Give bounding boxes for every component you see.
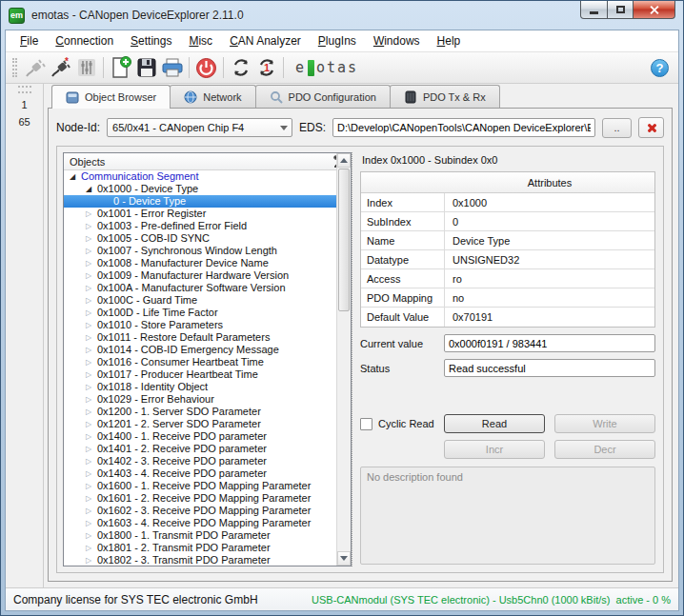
tree-item[interactable]: ▷0x1600 - 1. Receive PDO Mapping Paramet… <box>64 480 336 492</box>
tree-expand-icon[interactable]: ▷ <box>86 331 97 344</box>
node-list-item[interactable]: 1 <box>15 96 32 113</box>
tree-expand-icon[interactable]: ▷ <box>86 269 97 282</box>
toolbar-grip[interactable] <box>12 58 17 77</box>
cyclic-read-checkbox[interactable] <box>360 418 372 430</box>
menu-item[interactable]: Help <box>429 31 470 50</box>
eds-clear-button[interactable] <box>638 117 664 138</box>
tab-pdo-configuration[interactable]: PDO Configuration <box>255 85 391 108</box>
tab-object-browser[interactable]: Object Browser <box>51 85 171 109</box>
save-button[interactable] <box>133 55 159 80</box>
filter-button[interactable] <box>73 55 99 80</box>
refresh-button[interactable] <box>228 55 253 80</box>
tree-item[interactable]: ▷0x1201 - 2. Server SDO Parameter <box>64 418 336 430</box>
tree-expand-icon[interactable]: ▷ <box>86 529 97 542</box>
scroll-down-icon[interactable] <box>337 551 351 566</box>
menu-item[interactable]: CAN Analyzer <box>221 31 310 50</box>
tree-item[interactable]: ▷0x1018 - Identity Object <box>64 381 336 393</box>
tab-pdo-tx-rx[interactable]: PDO Tx & Rx <box>390 85 500 108</box>
tab-network[interactable]: Network <box>170 85 255 108</box>
tree-expand-icon[interactable]: ▷ <box>86 368 97 381</box>
tree-expand-icon[interactable]: ▷ <box>86 492 97 505</box>
tree-expand-icon[interactable]: ▷ <box>86 406 97 418</box>
tree-expand-icon[interactable]: ▷ <box>86 443 97 455</box>
tree-item[interactable]: ▷0x1401 - 2. Receive PDO parameter <box>64 443 336 455</box>
tree-expand-icon[interactable]: ▷ <box>86 344 97 356</box>
node-id-combobox[interactable]: 65/0x41 - CANopen Chip F4 <box>107 118 292 137</box>
tree-item[interactable]: ▷0x1402 - 3. Receive PDO parameter <box>64 455 336 467</box>
help-button[interactable]: ? <box>651 59 669 77</box>
tree-item[interactable]: ▷0x1400 - 1. Receive PDO parameter <box>64 430 336 443</box>
description-box[interactable]: No description found <box>360 467 655 565</box>
eds-browse-button[interactable]: .. <box>602 118 632 138</box>
tree-expand-icon[interactable]: ▷ <box>86 381 97 393</box>
minimize-button[interactable] <box>580 1 608 19</box>
tree-expand-icon[interactable]: ▷ <box>86 282 97 294</box>
tree-item[interactable]: ▷0x1800 - 1. Transmit PDO Parameter <box>64 529 336 542</box>
new-file-button[interactable] <box>108 55 133 80</box>
tree-expand-icon[interactable]: ▷ <box>86 505 97 517</box>
write-button[interactable]: Write <box>554 414 655 433</box>
menu-item[interactable]: Connection <box>47 31 122 50</box>
read-button[interactable]: Read <box>444 414 545 433</box>
tree-item[interactable]: ▷0x1603 - 4. Receive PDO Mapping Paramet… <box>64 517 336 529</box>
tree-expand-icon[interactable]: ▷ <box>86 554 97 566</box>
tree-item[interactable]: ▷0x1602 - 3. Receive PDO Mapping Paramet… <box>64 505 336 517</box>
tree-expand-icon[interactable]: ▷ <box>86 220 97 232</box>
tree-expand-icon[interactable]: ▷ <box>86 208 97 220</box>
maximize-button[interactable] <box>608 1 634 19</box>
tree-item[interactable]: 0 - Device Type <box>64 195 336 208</box>
print-button[interactable] <box>159 55 185 80</box>
tree-item[interactable]: ▷0x1801 - 2. Transmit PDO Parameter <box>64 542 336 554</box>
tree-expand-icon[interactable]: ▷ <box>86 307 97 319</box>
decr-button[interactable]: Decr <box>554 440 655 459</box>
tree-expand-icon[interactable]: ▷ <box>86 517 97 529</box>
scrollbar-thumb[interactable] <box>338 169 350 311</box>
tree-item[interactable]: ▷0x1003 - Pre-defined Error Field <box>64 220 336 232</box>
tree-expand-icon[interactable]: ▷ <box>86 430 97 443</box>
tree-item[interactable]: ▷0x1017 - Producer Heartbeat Time <box>64 368 336 381</box>
tree-item[interactable]: ▷0x1200 - 1. Server SDO Parameter <box>64 406 336 418</box>
tree-item[interactable]: ▷0x1601 - 2. Receive PDO Mapping Paramet… <box>64 492 336 505</box>
tree-item[interactable]: ▷0x100A - Manufacturer Software Version <box>64 282 336 294</box>
tree-item[interactable]: ▷0x1403 - 4. Receive PDO parameter <box>64 467 336 480</box>
tree-expand-icon[interactable]: ▷ <box>86 480 97 492</box>
tree-expand-icon[interactable]: ▷ <box>86 393 97 406</box>
title-bar[interactable]: em emotas - CANopen DeviceExplorer 2.11.… <box>1 1 683 30</box>
tree-item[interactable]: ▷0x100D - Life Time Factor <box>64 307 336 319</box>
tree-item[interactable]: ▷0x1802 - 3. Transmit PDO Parameter <box>64 554 336 566</box>
tree-expand-icon[interactable]: ▷ <box>86 232 97 245</box>
tree-expand-icon[interactable]: ▷ <box>86 356 97 368</box>
current-value-input[interactable] <box>444 334 655 352</box>
disconnect-button[interactable] <box>22 55 48 80</box>
tree-expand-icon[interactable]: ◢ <box>70 170 81 183</box>
tree-item[interactable]: ▷0x1007 - Synchronous Window Length <box>64 245 336 257</box>
tree-expand-icon[interactable]: ▷ <box>86 542 97 554</box>
tree-item[interactable]: ◢Communication Segment <box>64 170 336 183</box>
status-input[interactable] <box>444 359 655 377</box>
tree-item[interactable]: ▷0x1016 - Consumer Heartbeat Time <box>64 356 336 368</box>
menu-item[interactable]: Settings <box>122 31 180 50</box>
eds-path-input[interactable] <box>332 118 595 137</box>
tree-expand-icon[interactable]: ▷ <box>86 319 97 331</box>
tree-item[interactable]: ▷0x1009 - Manufacturer Hardware Version <box>64 269 336 282</box>
tree-item[interactable]: ▷0x100C - Guard Time <box>64 294 336 307</box>
incr-button[interactable]: Incr <box>444 440 545 459</box>
dock-grip[interactable] <box>18 86 31 93</box>
power-button[interactable] <box>193 55 219 80</box>
tree-item[interactable]: ▷0x1014 - COB-ID Emergency Message <box>64 344 336 356</box>
scroll-up-icon[interactable] <box>337 153 351 168</box>
refresh-node-button[interactable]: 1 <box>253 55 279 80</box>
tree-item[interactable]: ▷0x1001 - Error Register <box>64 208 336 220</box>
tree-item[interactable]: ▷0x1029 - Error Behaviour <box>64 393 336 406</box>
menu-item[interactable]: File <box>11 31 47 50</box>
tree-item[interactable]: ▷0x1011 - Restore Default Parameters <box>64 331 336 344</box>
menu-item[interactable]: PlugIns <box>310 31 365 50</box>
menu-item[interactable]: Misc <box>180 31 221 50</box>
close-button[interactable] <box>634 1 675 19</box>
tree-item[interactable]: ▷0x1010 - Store Parameters <box>64 319 336 331</box>
tree-expand-icon[interactable]: ▷ <box>86 245 97 257</box>
tree-expand-icon[interactable]: ▷ <box>86 257 97 269</box>
tree-item[interactable]: ▷0x1005 - COB-ID SYNC <box>64 232 336 245</box>
tree-expand-icon[interactable]: ▷ <box>86 455 97 467</box>
connect-button[interactable]: * <box>48 55 73 80</box>
